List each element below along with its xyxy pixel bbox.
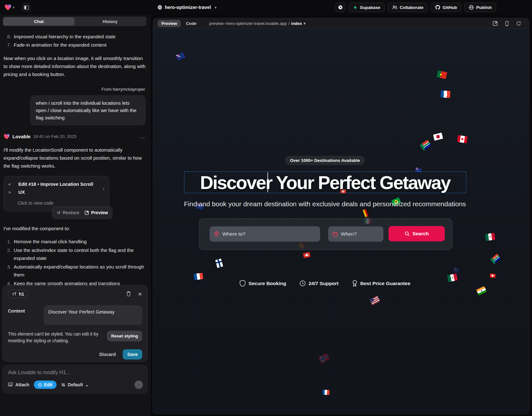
message-menu-icon[interactable]: … — [140, 132, 146, 140]
mobile-view-icon[interactable] — [505, 21, 509, 26]
save-button[interactable]: Save — [123, 349, 142, 359]
assistant-timestamp: 18:42 on Feb 20, 2025 — [33, 132, 77, 140]
edit-card-subtitle: Click to view code — [18, 199, 104, 207]
hero-canvas: Over 1000+ Destinations Available Discov… — [153, 29, 529, 414]
assistant-name: Lovable — [12, 132, 31, 140]
tab-chat[interactable]: Chat — [3, 17, 74, 26]
url-page: index — [291, 21, 302, 26]
destinations-badge: Over 1000+ Destinations Available — [285, 156, 365, 165]
edit-version-card[interactable]: < > Edit #18 • Improve Location Scroll U… — [4, 176, 109, 211]
location-pin-icon — [214, 231, 219, 237]
list-number: 1. — [4, 238, 11, 246]
collaborate-button[interactable]: Collaborate — [388, 3, 428, 12]
github-icon — [435, 5, 440, 10]
france-flag-icon — [194, 273, 204, 280]
typography-icon: тT — [12, 292, 16, 296]
preview-version-button[interactable]: Preview — [85, 209, 108, 217]
feature-label: Best Price Guarantee — [360, 281, 411, 286]
settings-button[interactable] — [335, 3, 346, 12]
lovable-logo-icon[interactable] — [4, 4, 12, 11]
composer-input[interactable] — [8, 370, 143, 375]
url-chevron-down-icon: ▾ — [304, 21, 306, 26]
element-tag-pill[interactable]: тT h1 — [8, 290, 28, 298]
switzerland-flag-icon — [303, 252, 311, 258]
default-label: Default — [68, 382, 83, 387]
preview-url[interactable]: preview--hero-optimizer-travel.lovable.a… — [209, 21, 306, 26]
when-input[interactable] — [341, 231, 379, 237]
reset-styling-button[interactable]: Reset styling — [107, 331, 142, 341]
list-text: Use the activeIndex state to control bot… — [14, 246, 146, 262]
canada-flag-icon — [457, 135, 468, 143]
chat-composer: Attach Edit Default ⌄ ↑ — [3, 365, 148, 394]
url-separator: / — [288, 21, 289, 26]
list-number: 2. — [4, 246, 11, 262]
chat-scroll-area[interactable]: 6. Improved visual hierarchy in the expa… — [0, 28, 151, 285]
where-input-box[interactable] — [210, 226, 320, 242]
where-input[interactable] — [222, 231, 316, 237]
target-icon — [38, 383, 42, 387]
selected-h1-element[interactable]: Discover Your Perfect Getaway — [184, 171, 466, 193]
style-note: This element can't be styled. You can ed… — [8, 331, 104, 344]
search-label: Search — [412, 231, 429, 237]
model-default-button[interactable]: Default ⌄ — [61, 382, 89, 387]
element-style-panel: тT h1 ✕ Content Discover Your Perfect Ge… — [3, 285, 148, 362]
github-label: GitHub — [443, 5, 457, 10]
tab-preview[interactable]: Preview — [158, 20, 181, 27]
sliders-icon — [61, 383, 66, 387]
preview-toolbar: Preview Code preview--hero-optimizer-tra… — [153, 18, 529, 29]
code-icon: < > — [8, 180, 15, 196]
france-flag-icon — [322, 390, 330, 395]
supabase-button[interactable]: Supabase — [349, 3, 385, 12]
mexico-flag-icon — [447, 273, 458, 282]
assistant-paragraph: I've modified the component to: — [4, 224, 146, 232]
list-text: Remove the manual click handling — [14, 238, 87, 246]
hero-subtitle: Find and book your dream destination wit… — [184, 200, 466, 208]
element-tag: h1 — [19, 291, 24, 297]
switzerland-flag-icon — [490, 273, 496, 278]
search-panel: Search — [199, 218, 452, 250]
content-input[interactable]: Discover Your Perfect Getaway — [44, 305, 142, 325]
chat-sidebar: Chat History 6. Improved visual hierarch… — [0, 15, 151, 416]
attach-button[interactable]: Attach — [8, 382, 29, 387]
sidebar-toggle-button[interactable] — [22, 3, 31, 11]
publish-button[interactable]: Publish — [464, 3, 496, 12]
tab-code[interactable]: Code — [182, 20, 200, 27]
tab-history[interactable]: History — [74, 17, 146, 26]
list-text: Keep the same smooth animations and tran… — [14, 279, 120, 285]
edit-mode-button[interactable]: Edit — [34, 381, 57, 389]
finland-flag-icon — [215, 258, 223, 268]
feature-label: Secure Booking — [249, 281, 286, 286]
close-icon[interactable]: ✕ — [138, 291, 142, 297]
assistant-paragraph: I'll modify the LocationScroll component… — [4, 146, 146, 170]
preview-frame: Preview Code preview--hero-optimizer-tra… — [153, 18, 529, 414]
trash-icon[interactable] — [126, 291, 131, 297]
content-label: Content — [8, 305, 39, 325]
refresh-icon[interactable] — [516, 21, 521, 26]
github-button[interactable]: GitHub — [431, 3, 461, 12]
open-external-icon[interactable] — [493, 21, 497, 26]
send-button[interactable]: ↑ — [135, 381, 143, 389]
restore-icon: ↺ — [57, 209, 60, 217]
restore-button[interactable]: ↺ Restore — [57, 209, 79, 217]
text-caret — [267, 172, 268, 192]
from-label: From harrymckayroper — [4, 85, 145, 93]
portugal-flag-icon — [436, 70, 447, 79]
logo-chevron-down-icon[interactable]: ▾ — [13, 5, 15, 10]
mexico-flag-icon — [485, 233, 496, 241]
france-flag-icon — [440, 90, 450, 98]
project-selector[interactable]: hero-optimizer-travel ▾ — [157, 0, 216, 15]
list-item: 1. Remove the manual click handling — [4, 238, 146, 246]
list-number: 6. — [4, 33, 11, 41]
supabase-bolt-icon — [353, 5, 358, 10]
calendar-icon — [333, 231, 338, 237]
discard-button[interactable]: Discard — [99, 352, 116, 357]
shield-icon — [240, 280, 246, 287]
feature-secure-booking: Secure Booking — [240, 280, 286, 287]
when-input-box[interactable] — [328, 226, 383, 242]
search-button[interactable]: Search — [389, 226, 445, 241]
feature-support: 24/7 Support — [300, 280, 339, 287]
chevron-right-icon: › — [103, 185, 104, 193]
list-text: Fade-in animation for the expanded conte… — [14, 41, 106, 49]
sidebar-tabs: Chat History — [3, 17, 146, 26]
assistant-paragraph: Now when you click on a location image, … — [4, 54, 146, 78]
